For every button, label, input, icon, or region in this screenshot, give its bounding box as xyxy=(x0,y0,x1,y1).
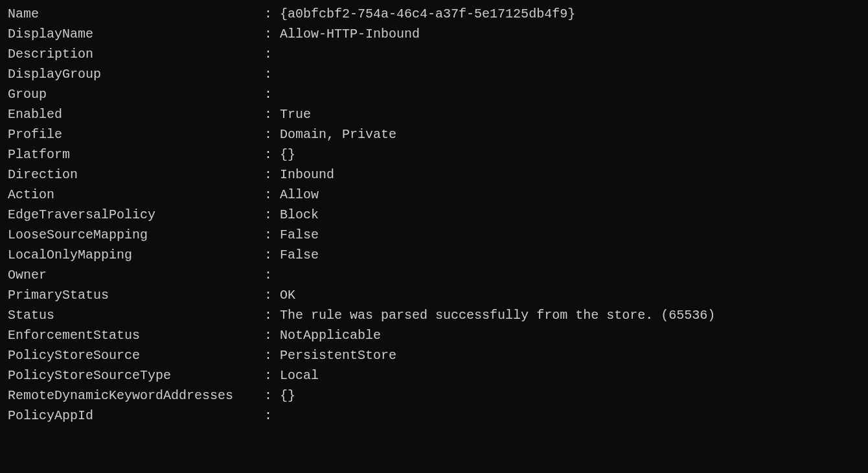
property-value: True xyxy=(280,104,860,124)
property-value: Local xyxy=(280,365,860,386)
property-key: PrimaryStatus xyxy=(8,285,264,305)
property-row: PrimaryStatus : OK xyxy=(8,285,860,305)
property-row: EnforcementStatus : NotApplicable xyxy=(8,325,860,345)
property-key: Name xyxy=(8,4,264,24)
property-separator: : xyxy=(264,365,280,386)
property-value xyxy=(280,265,860,285)
property-row: DisplayName : Allow-HTTP-Inbound xyxy=(8,24,860,44)
property-value: Allow xyxy=(280,185,860,205)
property-key: Action xyxy=(8,185,264,205)
property-separator: : xyxy=(264,265,280,285)
property-value xyxy=(280,64,860,84)
property-value: False xyxy=(280,225,860,245)
property-row: Status : The rule was parsed successfull… xyxy=(8,305,860,325)
property-value: {a0bfcbf2-754a-46c4-a37f-5e17125db4f9} xyxy=(280,4,860,24)
property-row: Owner : xyxy=(8,265,860,285)
property-separator: : xyxy=(264,406,280,426)
property-value xyxy=(280,406,860,426)
property-value: Allow-HTTP-Inbound xyxy=(280,24,860,44)
property-row: Group : xyxy=(8,84,860,104)
property-separator: : xyxy=(264,165,280,185)
terminal-output: Name : {a0bfcbf2-754a-46c4-a37f-5e17125d… xyxy=(8,4,860,426)
property-value: Block xyxy=(280,205,860,225)
property-row: Action : Allow xyxy=(8,185,860,205)
property-row: Description : xyxy=(8,44,860,64)
property-row: PolicyStoreSource : PersistentStore xyxy=(8,345,860,365)
property-value: OK xyxy=(280,285,860,305)
property-separator: : xyxy=(264,285,280,305)
property-key: Group xyxy=(8,84,264,104)
property-row: Direction : Inbound xyxy=(8,165,860,185)
property-separator: : xyxy=(264,124,280,144)
property-key: Owner xyxy=(8,265,264,285)
property-key: PolicyAppId xyxy=(8,406,264,426)
property-row: Platform : {} xyxy=(8,144,860,165)
property-separator: : xyxy=(264,24,280,44)
property-key: RemoteDynamicKeywordAddresses xyxy=(8,386,264,406)
property-row: Name : {a0bfcbf2-754a-46c4-a37f-5e17125d… xyxy=(8,4,860,24)
property-separator: : xyxy=(264,84,280,104)
property-row: LooseSourceMapping : False xyxy=(8,225,860,245)
property-key: LocalOnlyMapping xyxy=(8,245,264,265)
property-value: Inbound xyxy=(280,165,860,185)
property-key: PolicyStoreSourceType xyxy=(8,365,264,386)
property-row: Enabled : True xyxy=(8,104,860,124)
property-separator: : xyxy=(264,325,280,345)
property-key: Platform xyxy=(8,144,264,165)
property-separator: : xyxy=(264,345,280,365)
property-key: PolicyStoreSource xyxy=(8,345,264,365)
property-key: EnforcementStatus xyxy=(8,325,264,345)
property-row: PolicyStoreSourceType : Local xyxy=(8,365,860,386)
property-separator: : xyxy=(264,104,280,124)
property-key: Profile xyxy=(8,124,264,144)
property-key: Status xyxy=(8,305,264,325)
property-separator: : xyxy=(264,205,280,225)
property-value: Domain, Private xyxy=(280,124,860,144)
property-value: {} xyxy=(280,386,860,406)
property-value: NotApplicable xyxy=(280,325,860,345)
property-row: LocalOnlyMapping : False xyxy=(8,245,860,265)
property-separator: : xyxy=(264,44,280,64)
property-key: Description xyxy=(8,44,264,64)
property-separator: : xyxy=(264,245,280,265)
property-row: DisplayGroup : xyxy=(8,64,860,84)
property-key: Direction xyxy=(8,165,264,185)
property-value: {} xyxy=(280,144,860,165)
property-row: PolicyAppId : xyxy=(8,406,860,426)
property-value: The rule was parsed successfully from th… xyxy=(280,305,860,325)
property-key: LooseSourceMapping xyxy=(8,225,264,245)
property-separator: : xyxy=(264,225,280,245)
property-row: RemoteDynamicKeywordAddresses : {} xyxy=(8,386,860,406)
property-key: DisplayGroup xyxy=(8,64,264,84)
property-separator: : xyxy=(264,144,280,165)
property-key: EdgeTraversalPolicy xyxy=(8,205,264,225)
property-value: False xyxy=(280,245,860,265)
property-key: DisplayName xyxy=(8,24,264,44)
property-value: PersistentStore xyxy=(280,345,860,365)
property-value xyxy=(280,44,860,64)
property-separator: : xyxy=(264,386,280,406)
property-separator: : xyxy=(264,64,280,84)
property-key: Enabled xyxy=(8,104,264,124)
property-separator: : xyxy=(264,185,280,205)
property-separator: : xyxy=(264,4,280,24)
property-value xyxy=(280,84,860,104)
property-row: EdgeTraversalPolicy : Block xyxy=(8,205,860,225)
property-separator: : xyxy=(264,305,280,325)
property-row: Profile : Domain, Private xyxy=(8,124,860,144)
